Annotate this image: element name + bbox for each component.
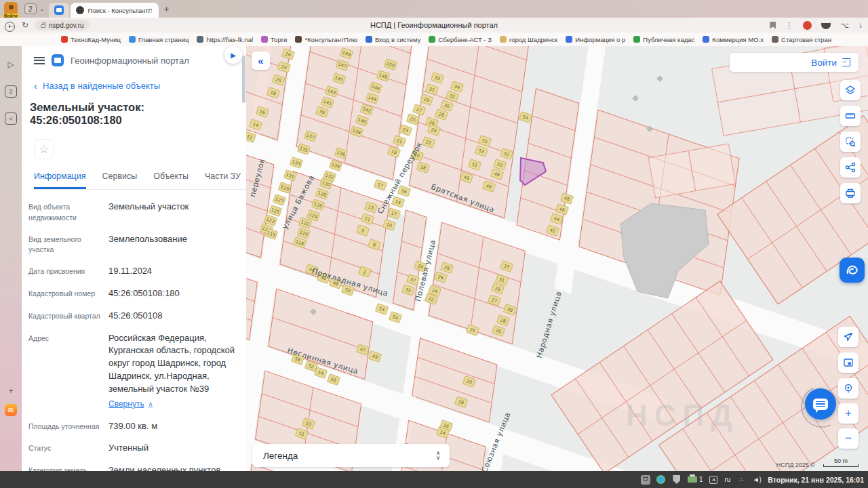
yandex-mail-icon[interactable]: ✉ — [5, 404, 17, 416]
measure-button[interactable] — [840, 106, 861, 126]
input-method-icon[interactable]: a — [709, 476, 717, 484]
assistant-button[interactable] — [840, 258, 865, 283]
bookmark-flag-icon[interactable] — [770, 22, 776, 29]
tab-Сервисы[interactable]: Сервисы — [102, 171, 138, 189]
bookmark-favicon — [566, 36, 572, 43]
tab-Части ЗУ[interactable]: Части ЗУ — [205, 171, 241, 189]
bookmark-item[interactable]: Стартовая стран — [769, 36, 834, 43]
bookmark-item[interactable]: Торги — [258, 36, 290, 43]
bookmark-item[interactable]: Информация о р — [563, 36, 628, 43]
legend-expand-icon[interactable]: ∧∨ — [436, 451, 440, 460]
object-info-panel: Геоинформационный портал ‹ Назад в найде… — [22, 46, 246, 471]
field-row: Кадастровый номер45:26:050108:180 — [28, 287, 239, 300]
scale-label: 50 m — [823, 458, 859, 464]
printer-badge: 1 — [699, 476, 703, 483]
extension-icon[interactable] — [803, 21, 812, 30]
tab-Информация[interactable]: Информация — [34, 171, 86, 189]
locate-button[interactable] — [838, 327, 859, 347]
geoportal-title: Геоинформационный портал — [71, 56, 189, 66]
tab-consultant[interactable]: Поиск - КонсультантПлю — [71, 3, 159, 18]
tab-Объекты[interactable]: Объекты — [153, 171, 189, 189]
downloads-icon[interactable]: ↓ — [859, 20, 863, 30]
layers-button[interactable] — [840, 80, 861, 100]
shield-icon[interactable] — [673, 475, 680, 484]
field-value: Землепользование — [108, 233, 187, 256]
volume-icon[interactable]: ◄) — [752, 475, 762, 485]
tabs-count-icon[interactable]: 2 — [5, 85, 17, 98]
bookmark-favicon — [129, 36, 136, 43]
geoportal-logo — [52, 54, 64, 66]
field-label: Кадастровый номер — [28, 287, 108, 300]
tray-app-icon[interactable]: ᗢ — [641, 475, 650, 485]
tab-count-chip[interactable]: 2 — [24, 3, 37, 14]
login-button[interactable]: Войти — [730, 53, 859, 72]
favorite-star-button[interactable]: ☆ — [34, 139, 54, 159]
field-label: Статус — [28, 442, 108, 455]
map-canvas[interactable]: 2624201816141214914714514314139150148146… — [246, 46, 868, 471]
minimap-button[interactable] — [838, 352, 859, 373]
tab-title: Поиск - КонсультантПлю — [88, 7, 152, 14]
bookmark-item[interactable]: Сбербанк-АСТ - З — [426, 36, 494, 43]
system-tray: ᗢ 1 a ru ∴ ◄) Вторник, 21 янв 2025, 16:0… — [641, 475, 864, 485]
add-panel-icon[interactable]: + — [5, 385, 17, 397]
bookmark-item[interactable]: город Шадринск — [497, 36, 560, 43]
geodetic-point-icon — [633, 96, 638, 101]
parcel-title: Земельный участок: 45:26:050108:180 — [30, 101, 234, 127]
new-tab-button[interactable]: + — [164, 3, 170, 14]
legend-label: Легенда — [263, 451, 298, 461]
field-value: Земельный участок — [108, 201, 189, 224]
field-label: Кадастровый квартал — [28, 310, 108, 323]
bookmark-favicon — [366, 36, 372, 43]
bookmark-item[interactable]: Вход в систему — [363, 36, 424, 43]
field-label: Вид объекта недвижимости — [28, 201, 108, 224]
browser-profile-avatar[interactable]: Войти — [4, 2, 18, 16]
sync-icon[interactable] — [656, 475, 665, 484]
bookmark-item[interactable]: Публичная кадас — [631, 36, 697, 43]
printer-icon[interactable] — [688, 476, 697, 483]
bookmark-item[interactable]: https://fias-lk.nal — [194, 36, 256, 43]
tab-nspd[interactable] — [49, 3, 69, 18]
chat-button[interactable] — [805, 388, 836, 420]
alice-icon[interactable] — [821, 23, 831, 29]
bookmark-favicon — [772, 36, 778, 43]
menu-dots-icon[interactable]: ⋮ — [785, 21, 793, 30]
field-row: Вид объекта недвижимостиЗемельный участо… — [28, 201, 239, 224]
street-label: Народная улица — [534, 290, 563, 359]
history-icon[interactable] — [5, 22, 15, 32]
menu-burger-icon[interactable] — [34, 57, 45, 64]
parcel-fields: Вид объекта недвижимостиЗемельный участо… — [22, 190, 246, 471]
collapse-address-link[interactable]: Свернуть∧ — [108, 399, 153, 410]
bookmark-item[interactable]: Коммерция МО.х — [700, 36, 766, 43]
bookmark-item[interactable]: *КонсультантПлю — [292, 36, 359, 43]
page-title: НСПД | Геоинформационный портал — [0, 21, 868, 29]
tabs-scroll-button[interactable]: ▶ — [224, 46, 242, 64]
panel-collapse-button[interactable]: « — [252, 52, 270, 70]
network-icon[interactable]: ∴ — [736, 475, 746, 485]
field-value: 45:26:050108 — [108, 310, 163, 323]
search-coordinates-button[interactable] — [838, 378, 859, 399]
collections-icon[interactable]: ⌥ — [840, 21, 849, 30]
chat-bubble-icon — [813, 399, 828, 410]
bookmark-item[interactable]: Главная страниц — [126, 36, 191, 43]
bookmark-favicon — [295, 36, 302, 43]
share-button[interactable] — [840, 157, 861, 178]
field-value: Земли населенных пунктов — [108, 464, 220, 471]
screenshot-icon[interactable]: ⌗ — [5, 113, 17, 125]
field-value: Российская Федерация, Курганская область… — [108, 332, 239, 411]
panel-tabs: ИнформацияСервисыОбъектыЧасти ЗУСостаП — [34, 171, 246, 190]
back-to-results-link[interactable]: ‹ Назад в найденные объекты — [34, 80, 246, 92]
consultant-favicon — [76, 6, 84, 14]
panel-scrollbar[interactable] — [242, 50, 245, 467]
legend-bar[interactable]: Легенда ∧∨ — [252, 444, 450, 467]
browser-tabstrip: Войти 2 ⌄ Поиск - КонсультантПлю + — [0, 0, 868, 18]
taskbar-clock[interactable]: Вторник, 21 янв 2025, 16:01 — [768, 476, 864, 484]
zoom-out-button[interactable]: − — [838, 428, 859, 449]
print-button[interactable] — [840, 183, 861, 203]
tab-list-chevron-icon[interactable]: ⌄ — [39, 5, 45, 12]
language-indicator[interactable]: ru — [724, 476, 730, 483]
field-row: Дата присвоения19.11.2024 — [28, 265, 239, 278]
field-row: СтатусУчтенный — [28, 442, 239, 455]
bookmark-item[interactable]: ТехноКад-Муниц — [58, 36, 123, 43]
play-icon[interactable]: ▷ — [5, 58, 17, 70]
select-area-button[interactable] — [840, 131, 861, 152]
